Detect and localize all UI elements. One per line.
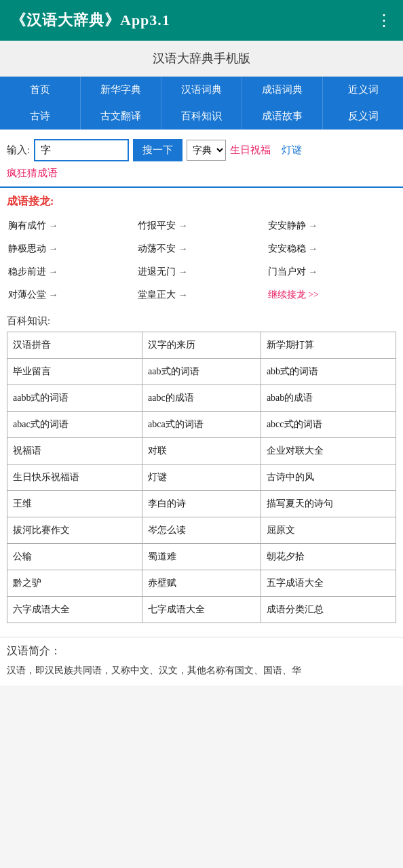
chengyu-item-9[interactable]: 对薄公堂 →	[7, 285, 136, 305]
baike-cell-10-0[interactable]: 六字成语大全	[7, 597, 142, 623]
main-content: 成语接龙: 胸有成竹 → 竹报平安 → 安安静静 → 静极思动 → 动荡不安 →…	[0, 188, 403, 637]
baike-cell-1-0[interactable]: 毕业留言	[7, 359, 142, 385]
search-input[interactable]	[34, 139, 129, 161]
nav-item-jinyi[interactable]: 近义词	[323, 77, 403, 103]
baike-cell-10-1[interactable]: 七字成语大全	[142, 597, 261, 623]
baike-cell-8-0[interactable]: 公输	[7, 544, 142, 570]
baike-cell-8-2[interactable]: 朝花夕拾	[261, 544, 396, 570]
chengyu-item-7[interactable]: 进退无门 →	[136, 262, 266, 282]
chengyu-item-1[interactable]: 竹报平安 →	[136, 216, 266, 236]
nav-item-hanyu[interactable]: 汉语词典	[161, 77, 242, 103]
baike-section-title: 百科知识:	[7, 315, 396, 328]
search-button[interactable]: 搜一下	[133, 139, 183, 161]
chengyu-item-3[interactable]: 静极思动 →	[7, 239, 136, 259]
baike-cell-0-1[interactable]: 汉字的来历	[142, 332, 261, 359]
nav-item-fanyi[interactable]: 反义词	[323, 103, 403, 130]
nav-item-chengyu-story[interactable]: 成语故事	[242, 103, 323, 130]
search-links: 生日祝福 灯谜	[230, 144, 302, 157]
app-header: 《汉语大辞典》App3.1 ⋮	[0, 0, 403, 41]
baike-cell-7-1[interactable]: 岑怎么读	[142, 517, 261, 544]
baike-cell-9-1[interactable]: 赤壁赋	[142, 570, 261, 597]
app-subtitle: 汉语大辞典手机版	[0, 41, 403, 77]
chengyu-item-4[interactable]: 动荡不安 →	[136, 239, 266, 259]
baike-cell-3-0[interactable]: abac式的词语	[7, 412, 142, 438]
baike-cell-7-0[interactable]: 拔河比赛作文	[7, 517, 142, 544]
baike-cell-7-2[interactable]: 屈原文	[261, 517, 396, 544]
baike-cell-6-1[interactable]: 李白的诗	[142, 491, 261, 517]
baike-cell-0-2[interactable]: 新学期打算	[261, 332, 396, 359]
nav-item-home[interactable]: 首页	[0, 77, 81, 103]
nav-item-chengyu-dict[interactable]: 成语词典	[242, 77, 323, 103]
baike-table: 汉语拼音汉字的来历新学期打算毕业留言aab式的词语abb式的词语aabb式的词语…	[7, 332, 396, 623]
baike-cell-10-2[interactable]: 成语分类汇总	[261, 597, 396, 623]
baike-cell-5-0[interactable]: 生日快乐祝福语	[7, 465, 142, 491]
baike-cell-4-2[interactable]: 企业对联大全	[261, 438, 396, 465]
baike-cell-1-2[interactable]: abb式的词语	[261, 359, 396, 385]
baike-cell-9-0[interactable]: 黔之驴	[7, 570, 142, 597]
baike-cell-3-2[interactable]: abcc式的词语	[261, 412, 396, 438]
chengyu-item-0[interactable]: 胸有成竹 →	[7, 216, 136, 236]
baike-cell-2-0[interactable]: aabb式的词语	[7, 385, 142, 412]
chengyu-section-title: 成语接龙:	[7, 195, 396, 209]
idiom-link[interactable]: 疯狂猜成语	[7, 167, 58, 178]
app-title: 《汉语大辞典》App3.1	[11, 10, 170, 31]
nav-item-xinhua[interactable]: 新华字典	[81, 77, 161, 103]
chengyu-item-8[interactable]: 门当户对 →	[267, 262, 396, 282]
chengyu-grid: 胸有成竹 → 竹报平安 → 安安静静 → 静极思动 → 动荡不安 → 安安稳稳 …	[7, 216, 396, 305]
baike-cell-5-2[interactable]: 古诗中的风	[261, 465, 396, 491]
baike-cell-0-0[interactable]: 汉语拼音	[7, 332, 142, 359]
search-select[interactable]: 字典 词典 成语 古诗	[187, 140, 226, 161]
baike-cell-4-0[interactable]: 祝福语	[7, 438, 142, 465]
chengyu-item-2[interactable]: 安安静静 →	[267, 216, 396, 236]
menu-icon[interactable]: ⋮	[376, 11, 392, 30]
baike-cell-2-1[interactable]: aabc的成语	[142, 385, 261, 412]
nav-item-gushi[interactable]: 古诗	[0, 103, 81, 130]
nav-row-1: 首页 新华字典 汉语词典 成语词典 近义词	[0, 77, 403, 103]
birthday-link[interactable]: 生日祝福	[230, 144, 271, 157]
baike-cell-1-1[interactable]: aab式的词语	[142, 359, 261, 385]
baike-cell-8-1[interactable]: 蜀道难	[142, 544, 261, 570]
intro-section: 汉语简介： 汉语，即汉民族共同语，又称中文、汉文，其他名称有国文、国语、华	[0, 637, 403, 686]
nav-item-baike[interactable]: 百科知识	[161, 103, 242, 130]
search-row: 输入: 搜一下 字典 词典 成语 古诗 生日祝福 灯谜	[7, 139, 396, 161]
baike-cell-4-1[interactable]: 对联	[142, 438, 261, 465]
intro-text: 汉语，即汉民族共同语，又称中文、汉文，其他名称有国文、国语、华	[7, 663, 396, 679]
search-area: 输入: 搜一下 字典 词典 成语 古诗 生日祝福 灯谜 疯狂猜成语	[0, 130, 403, 188]
nav-bar: 首页 新华字典 汉语词典 成语词典 近义词 古诗 古文翻译 百科知识 成语故事 …	[0, 77, 403, 130]
baike-cell-5-1[interactable]: 灯谜	[142, 465, 261, 491]
search-label: 输入:	[7, 144, 30, 157]
baike-cell-3-1[interactable]: abca式的词语	[142, 412, 261, 438]
baike-cell-9-2[interactable]: 五字成语大全	[261, 570, 396, 597]
baike-cell-6-2[interactable]: 描写夏天的诗句	[261, 491, 396, 517]
chengyu-continue-link[interactable]: 继续接龙 >>	[267, 285, 396, 305]
chengyu-item-10[interactable]: 堂皇正大 →	[136, 285, 266, 305]
baike-cell-6-0[interactable]: 王维	[7, 491, 142, 517]
chengyu-item-5[interactable]: 安安稳稳 →	[267, 239, 396, 259]
chengyu-item-6[interactable]: 稳步前进 →	[7, 262, 136, 282]
nav-row-2: 古诗 古文翻译 百科知识 成语故事 反义词	[0, 103, 403, 130]
nav-item-guwen[interactable]: 古文翻译	[81, 103, 161, 130]
riddle-link[interactable]: 灯谜	[282, 144, 302, 157]
intro-title: 汉语简介：	[7, 644, 396, 658]
baike-cell-2-2[interactable]: abab的成语	[261, 385, 396, 412]
